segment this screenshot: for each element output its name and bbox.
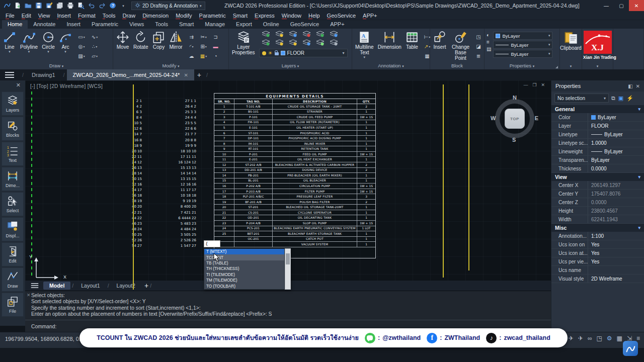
explode-icon[interactable]: ▦▾ bbox=[198, 51, 210, 61]
sidebar-item-blocks[interactable]: Blocks bbox=[2, 117, 24, 141]
section-header-general[interactable]: General▾ bbox=[551, 105, 644, 113]
property-value[interactable]: FLOOR bbox=[588, 122, 644, 130]
donut-icon[interactable]: ◎▾ bbox=[75, 42, 88, 51]
menu-modify[interactable]: Modify bbox=[172, 13, 195, 19]
layer-lock-icon[interactable] bbox=[302, 30, 311, 39]
panel-label-partner[interactable]: ▾ bbox=[582, 63, 613, 69]
panel-label-annotation[interactable]: Annotation ▾ bbox=[352, 63, 430, 69]
link-icon[interactable]: ∞ bbox=[588, 335, 592, 342]
select-objects-icon[interactable]: ▣ bbox=[618, 95, 623, 102]
menu-file[interactable]: File bbox=[2, 13, 18, 19]
tab-online[interactable]: Online bbox=[258, 20, 285, 29]
layer-new-icon[interactable] bbox=[262, 30, 270, 39]
tab-app[interactable]: APP+ bbox=[325, 20, 350, 29]
geometry-tools-icon[interactable]: ◳ bbox=[596, 335, 602, 342]
annotation-visibility-icon[interactable]: ✈ bbox=[569, 335, 574, 342]
status-menu-icon[interactable]: ≡ bbox=[636, 335, 640, 342]
clipboard-button[interactable]: Clipboard bbox=[561, 30, 581, 51]
xj-logo[interactable]: X.J bbox=[584, 31, 612, 54]
attribute-icon[interactable]: ◪ bbox=[474, 42, 483, 51]
menu-help[interactable]: Help bbox=[305, 13, 324, 19]
compass-west[interactable]: W bbox=[491, 115, 496, 121]
property-value[interactable]: 175407.8076 bbox=[588, 190, 644, 198]
inline-text-editor[interactable]: { bbox=[204, 240, 220, 247]
section-header-view[interactable]: View▾ bbox=[551, 173, 644, 181]
doc-tab-close-icon[interactable]: ✕ bbox=[184, 72, 188, 78]
section-collapse-icon[interactable]: ▾ bbox=[638, 174, 640, 179]
menu-window[interactable]: Window bbox=[278, 13, 305, 19]
layer-isolate-icon[interactable] bbox=[316, 30, 325, 39]
open-file-icon[interactable] bbox=[24, 2, 32, 10]
property-value[interactable] bbox=[588, 266, 644, 274]
block-insert-button[interactable]: Insert bbox=[431, 30, 448, 50]
zwcad-logo-badge[interactable] bbox=[623, 341, 638, 356]
compass-top-face[interactable]: TOP bbox=[505, 109, 525, 129]
menu-format[interactable]: Format bbox=[74, 13, 99, 19]
close-button[interactable]: ✕ bbox=[629, 0, 644, 11]
tab-annotate[interactable]: Annotate bbox=[28, 20, 61, 29]
workspace-selector[interactable]: 2D Drafting & Annotation ▾ bbox=[131, 2, 205, 10]
layer-make-current-icon[interactable] bbox=[262, 39, 270, 48]
menu-parametric[interactable]: Parametric bbox=[196, 13, 229, 19]
layer-off-icon[interactable] bbox=[275, 30, 284, 39]
menu-smart[interactable]: Smart bbox=[229, 13, 251, 19]
offset-icon[interactable]: ⇉ bbox=[186, 32, 198, 42]
layer-freeze-icon[interactable] bbox=[289, 30, 297, 39]
print-icon[interactable] bbox=[66, 2, 74, 10]
quick-select-icon[interactable]: ⚡ bbox=[626, 95, 633, 102]
autocomplete-item-ti-tilemode[interactable]: TI (TILEMODE) bbox=[204, 272, 284, 278]
sidebar-item-draw[interactable]: Draw bbox=[2, 267, 24, 292]
tab-smart[interactable]: Smart bbox=[174, 20, 199, 29]
autocomplete-item-th-thickness[interactable]: TH (THICKNESS) bbox=[204, 266, 284, 272]
new-layout-button[interactable]: + bbox=[144, 282, 148, 290]
hardware-accel-icon[interactable]: ▦ bbox=[617, 335, 622, 342]
doc-minimize-icon[interactable]: — bbox=[523, 82, 528, 87]
revcloud-icon[interactable]: ☁ bbox=[186, 51, 198, 61]
property-value[interactable]: 23800.4567 bbox=[588, 207, 644, 215]
command-close-icon[interactable]: ✕ bbox=[27, 293, 31, 298]
doc-restore-icon[interactable]: ❐ bbox=[532, 82, 536, 87]
layer-unisolate-icon[interactable] bbox=[330, 30, 338, 39]
toggle-pickadd-icon[interactable]: ⧉ bbox=[611, 95, 615, 102]
annotation-dimension-button[interactable]: Dimension bbox=[376, 30, 404, 50]
panel-label-properties[interactable]: Properties ▾ bbox=[485, 63, 559, 69]
zwcad-logo-icon[interactable] bbox=[3, 2, 11, 10]
minimize-button[interactable]: — bbox=[599, 0, 614, 11]
preview-icon[interactable] bbox=[77, 2, 85, 10]
save-as-icon[interactable] bbox=[45, 2, 53, 10]
layout-tab-layout1[interactable]: Layout1 bbox=[75, 282, 106, 290]
section-collapse-icon[interactable]: ▾ bbox=[638, 225, 640, 230]
annotation-autoscale-icon[interactable]: ✈ bbox=[578, 335, 583, 342]
property-value[interactable]: 0.0000 bbox=[588, 198, 644, 206]
new-tab-button[interactable]: + bbox=[197, 71, 201, 79]
sidebar-item-edit[interactable]: Edit bbox=[2, 242, 24, 266]
menu-tools[interactable]: Tools bbox=[99, 13, 119, 19]
spline-icon[interactable]: ∿▾ bbox=[88, 32, 101, 42]
panel-label-modify[interactable]: Modify ▾ bbox=[113, 63, 228, 69]
draw-arc-button[interactable]: Arc▾ bbox=[57, 30, 74, 54]
layer-merge-icon[interactable] bbox=[316, 39, 325, 48]
point-icon[interactable]: ∴▾ bbox=[88, 42, 101, 51]
lineweight-dropdown[interactable]: ByLayer▾ bbox=[493, 50, 552, 58]
viewport-label[interactable]: [-] [Top] [2D Wireframe] [WCS] bbox=[30, 83, 103, 89]
compass-east[interactable]: E bbox=[535, 115, 538, 121]
redo-icon[interactable] bbox=[98, 2, 106, 10]
undo-icon[interactable] bbox=[88, 2, 96, 10]
match-properties-icon[interactable]: ◐ bbox=[487, 32, 491, 38]
tab-tools[interactable]: Tools bbox=[149, 20, 174, 29]
rectangle-icon[interactable]: ▭▾ bbox=[75, 32, 88, 42]
tab-export[interactable]: Export bbox=[230, 20, 258, 29]
menu-edit[interactable]: Edit bbox=[18, 13, 35, 19]
sidebar-item-layers[interactable]: Layers bbox=[2, 92, 24, 116]
layout-tab-model[interactable]: Model bbox=[43, 282, 70, 290]
linetype-dropdown[interactable]: ByLayer▾ bbox=[493, 41, 552, 49]
undo-dropdown-icon[interactable]: ▾ bbox=[119, 2, 127, 10]
tab-views[interactable]: Views bbox=[124, 20, 149, 29]
layer-delete-icon[interactable] bbox=[330, 39, 338, 48]
section-header-misc[interactable]: Misc▾ bbox=[551, 224, 644, 232]
erase-icon[interactable]: ▬ bbox=[210, 42, 222, 51]
menu-geoservice[interactable]: GeoService bbox=[324, 13, 359, 19]
new-file-icon[interactable] bbox=[14, 2, 22, 10]
panel-label-layers[interactable]: Layers ▾ bbox=[229, 63, 352, 69]
property-value[interactable]: ByLayer bbox=[588, 130, 644, 138]
